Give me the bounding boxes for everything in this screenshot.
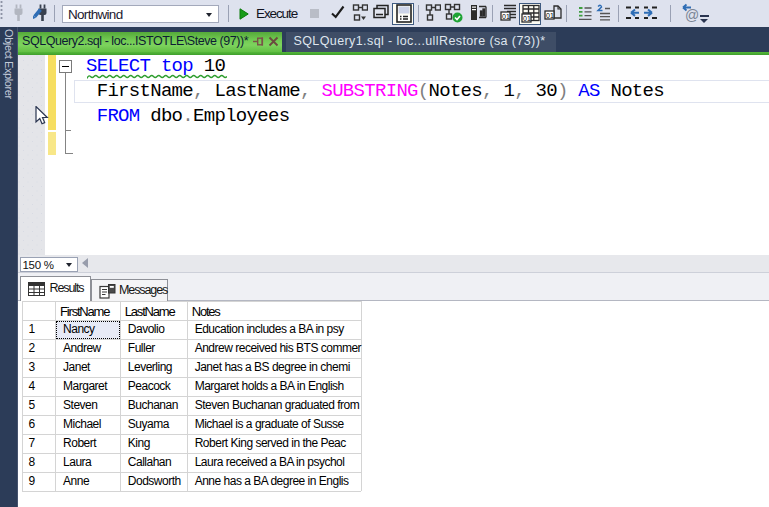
svg-text:@: @: [685, 7, 699, 23]
svg-text:01: 01: [502, 13, 510, 20]
svg-text:01: 01: [523, 15, 531, 22]
svg-text:01: 01: [546, 12, 554, 19]
